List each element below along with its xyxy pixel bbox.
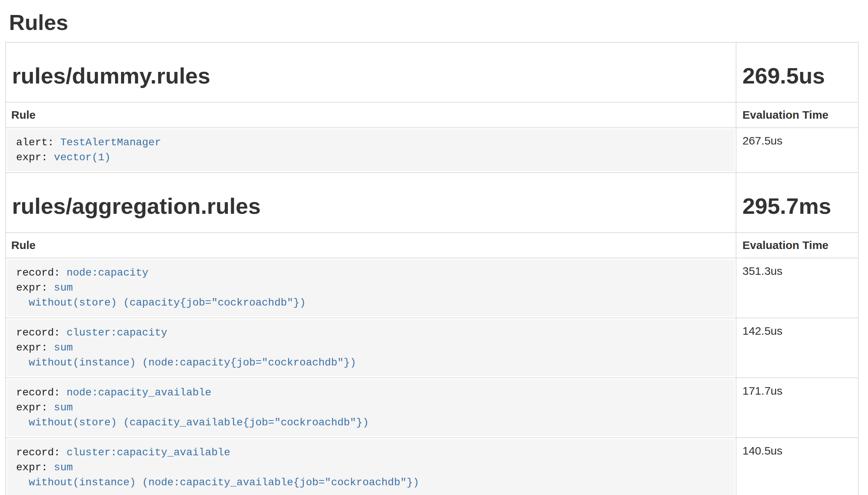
rules-page: Rules rules/dummy.rules269.5usRuleEvalua… xyxy=(0,10,868,495)
rule-group-file-name: rules/dummy.rules xyxy=(12,64,730,88)
record-label: record: xyxy=(16,387,66,398)
rule-eval-time-cell: 140.5us xyxy=(736,438,858,495)
rule-definition-cell: record: node:capacity expr: sum without(… xyxy=(6,258,736,318)
rule-eval-time: 140.5us xyxy=(742,444,783,457)
record-label: record: xyxy=(16,447,66,458)
alert-value-link[interactable]: TestAlertManager xyxy=(60,137,161,148)
rule-definition-cell: record: cluster:capacity expr: sum witho… xyxy=(6,318,736,378)
expr-value-link[interactable]: sum without(instance) (node:capacity{job… xyxy=(16,342,356,368)
expr-label: expr: xyxy=(16,462,54,473)
rule-eval-time-cell: 142.5us xyxy=(736,318,858,378)
expr-label: expr: xyxy=(16,402,54,413)
rule-row: record: cluster:capacity_available expr:… xyxy=(6,438,858,495)
rule-group-eval-time: 295.7ms xyxy=(742,194,852,219)
rules-table: rules/dummy.rules269.5usRuleEvaluation T… xyxy=(5,42,859,495)
rule-definition-cell: alert: TestAlertManager expr: vector(1) xyxy=(6,128,736,173)
rule-eval-time: 171.7us xyxy=(742,385,783,397)
record-value-link[interactable]: cluster:capacity xyxy=(66,327,167,338)
rule-group-header-row: rules/dummy.rules269.5us xyxy=(6,42,858,102)
record-value-link[interactable]: node:capacity xyxy=(66,267,148,279)
rule-row: record: node:capacity_available expr: su… xyxy=(6,378,858,438)
record-value-link[interactable]: cluster:capacity_available xyxy=(66,447,230,458)
expr-value-link[interactable]: sum without(store) (capacity_available{j… xyxy=(16,402,369,428)
record-value-link[interactable]: node:capacity_available xyxy=(66,387,211,398)
rule-group-file-cell: rules/aggregation.rules xyxy=(6,173,736,233)
rules-table-body: rules/dummy.rules269.5usRuleEvaluation T… xyxy=(6,42,858,495)
rule-column-header: Rule xyxy=(6,102,736,128)
record-label: record: xyxy=(16,267,66,279)
rule-group-eval-time-cell: 269.5us xyxy=(736,42,858,102)
rule-definition-cell: record: node:capacity_available expr: su… xyxy=(6,378,736,438)
expr-value-link[interactable]: sum without(store) (capacity{job="cockro… xyxy=(16,282,306,309)
rule-eval-time-cell: 171.7us xyxy=(736,378,858,438)
rule-definition: record: cluster:capacity_available expr:… xyxy=(7,439,735,495)
rule-eval-time-cell: 267.5us xyxy=(736,128,858,173)
rule-group-eval-time-cell: 295.7ms xyxy=(736,173,858,233)
evaluation-time-column-header: Evaluation Time xyxy=(736,102,858,128)
rule-definition: record: node:capacity_available expr: su… xyxy=(7,379,735,436)
expr-value-link[interactable]: vector(1) xyxy=(54,152,111,163)
rule-definition: alert: TestAlertManager expr: vector(1) xyxy=(7,129,735,171)
rule-definition: record: cluster:capacity expr: sum witho… xyxy=(7,319,735,376)
rule-eval-time: 267.5us xyxy=(742,134,783,147)
evaluation-time-column-header: Evaluation Time xyxy=(736,233,858,258)
rule-row: alert: TestAlertManager expr: vector(1)2… xyxy=(6,128,858,173)
expr-value-link[interactable]: sum without(instance) (node:capacity_ava… xyxy=(16,462,419,488)
rule-definition: record: node:capacity expr: sum without(… xyxy=(7,259,735,316)
rule-row: record: node:capacity expr: sum without(… xyxy=(6,258,858,318)
rule-group-file-name: rules/aggregation.rules xyxy=(12,194,730,219)
rule-eval-time: 351.3us xyxy=(742,265,783,277)
rule-row: record: cluster:capacity expr: sum witho… xyxy=(6,318,858,378)
rule-eval-time-cell: 351.3us xyxy=(736,258,858,318)
rule-eval-time: 142.5us xyxy=(742,325,783,337)
rule-definition-cell: record: cluster:capacity_available expr:… xyxy=(6,438,736,495)
rule-group-eval-time: 269.5us xyxy=(742,64,852,88)
page-title: Rules xyxy=(9,10,859,35)
record-label: record: xyxy=(16,327,66,338)
column-header-row: RuleEvaluation Time xyxy=(6,102,858,128)
rule-column-header: Rule xyxy=(6,233,736,258)
expr-label: expr: xyxy=(16,282,54,294)
rule-group-file-cell: rules/dummy.rules xyxy=(6,42,736,102)
alert-label: alert: xyxy=(16,137,60,148)
expr-label: expr: xyxy=(16,152,54,163)
expr-label: expr: xyxy=(16,342,54,353)
rule-group-header-row: rules/aggregation.rules295.7ms xyxy=(6,173,858,233)
column-header-row: RuleEvaluation Time xyxy=(6,233,858,258)
